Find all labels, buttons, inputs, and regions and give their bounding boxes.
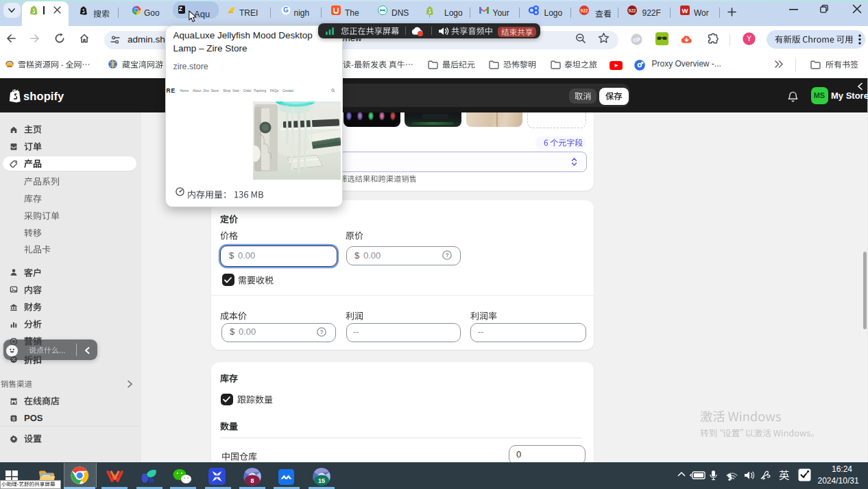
svg-text:cP: cP [633,36,640,43]
svg-text:S: S [12,416,16,420]
svg-text:W: W [682,6,688,14]
svg-text:922: 922 [629,8,636,12]
svg-text:Y: Y [747,35,751,43]
svg-text:?: ? [320,329,323,335]
svg-text:8: 8 [250,477,254,484]
svg-text:G: G [283,6,289,14]
svg-text:922: 922 [580,8,588,12]
svg-text:15: 15 [318,477,325,484]
svg-text:?: ? [445,252,448,259]
